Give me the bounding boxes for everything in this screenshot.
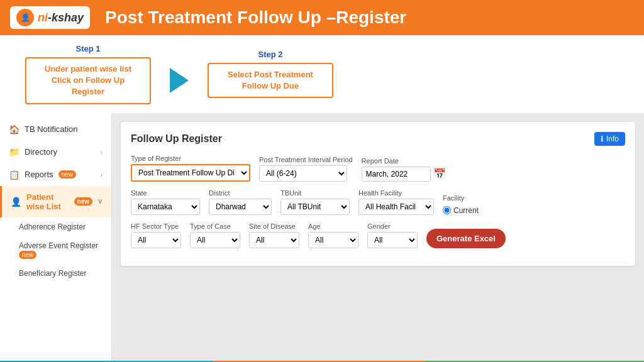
facility-group: Facility Current	[443, 194, 479, 215]
reports-icon: 📋	[9, 170, 19, 180]
chevron-right-icon-reports: ›	[100, 171, 103, 178]
health-facility-select[interactable]: All Health Facil	[358, 199, 434, 215]
sidebar-tb-notification-label: TB Notification	[25, 124, 78, 134]
type-of-register-label: Type of Register	[131, 155, 250, 162]
tbunit-label: TBUnit	[280, 189, 350, 197]
form-row-1: Type of Register Post Treatment Follow U…	[131, 155, 625, 182]
adherence-register-label: Adherence Register	[19, 222, 86, 231]
facility-current-text: Current	[453, 206, 479, 215]
calendar-icon[interactable]: 📅	[433, 168, 446, 180]
sidebar-item-tb-notification[interactable]: 🏠 TB Notification	[0, 118, 111, 141]
interval-group: Post Treatment Interval Period All (6-24…	[259, 156, 353, 182]
panel-header: Follow Up Register ℹ Info	[131, 132, 625, 146]
tbunit-group: TBUnit All TBUnit	[280, 189, 350, 215]
report-date-label: Report Date	[362, 157, 446, 165]
sidebar-patient-list-label: Patient wise List	[26, 192, 69, 211]
site-of-disease-group: Site of Disease All	[249, 222, 299, 248]
district-label: District	[209, 189, 272, 197]
report-date-group: Report Date 📅	[362, 157, 446, 182]
gender-group: Gender All	[367, 222, 418, 248]
interval-select[interactable]: All (6-24)	[259, 165, 347, 182]
site-of-disease-select[interactable]: All	[249, 232, 299, 248]
sidebar-item-directory[interactable]: 📁 Directory ›	[0, 141, 111, 163]
chevron-down-icon: ∨	[97, 197, 103, 206]
step-arrow	[170, 68, 189, 93]
step2-box: Select Post Treatment Follow Up Due	[208, 63, 333, 98]
state-select[interactable]: Karnataka	[131, 199, 200, 215]
sidebar-sub-adverse-event[interactable]: Adverse Event Register new	[0, 236, 111, 264]
tbunit-select[interactable]: All TBUnit	[280, 199, 350, 215]
chevron-right-icon: ›	[100, 148, 103, 156]
step1-label: Step 1	[75, 44, 100, 53]
type-of-case-select[interactable]: All	[190, 232, 240, 248]
hf-sector-label: HF Sector Type	[131, 222, 181, 230]
info-label: Info	[606, 134, 619, 143]
age-select[interactable]: All	[308, 232, 358, 248]
main-area: 🏠 TB Notification 📁 Directory › 📋 Report…	[0, 113, 644, 361]
directory-icon: 📁	[9, 147, 19, 157]
patient-list-badge: new	[74, 197, 92, 206]
form-row-2: State Karnataka District Dharwad TBUnit …	[131, 189, 625, 215]
type-of-register-group: Type of Register Post Treatment Follow U…	[131, 155, 250, 182]
type-of-case-label: Type of Case	[190, 222, 240, 230]
panel-box: Follow Up Register ℹ Info Type of Regist…	[121, 122, 635, 266]
sidebar-directory-label: Directory	[25, 147, 57, 156]
logo-icon: 👤	[16, 9, 34, 26]
step2-block: Step 2 Select Post Treatment Follow Up D…	[208, 50, 333, 98]
facility-label: Facility	[443, 194, 479, 202]
form-row-3: HF Sector Type All Type of Case All Site…	[131, 222, 625, 248]
sidebar: 🏠 TB Notification 📁 Directory › 📋 Report…	[0, 113, 112, 361]
page-title: Post Treatment Follow Up –Register	[105, 8, 406, 28]
sidebar-sub-adherence[interactable]: Adherence Register	[0, 217, 111, 236]
health-facility-group: Health Facility All Health Facil	[358, 189, 434, 215]
district-select[interactable]: Dharwad	[209, 199, 272, 215]
sidebar-item-reports[interactable]: 📋 Reports new ›	[0, 163, 111, 186]
info-icon: ℹ	[601, 134, 604, 143]
step1-box: Under patient wise list Click on Follow …	[25, 57, 151, 104]
reports-badge: new	[58, 170, 76, 178]
sidebar-item-patient-wise-list[interactable]: 👤 Patient wise List new ∨	[0, 186, 111, 217]
gender-label: Gender	[367, 222, 418, 230]
facility-current-radio-label: Current	[443, 206, 479, 215]
patient-icon: 👤	[11, 197, 21, 207]
health-facility-label: Health Facility	[358, 189, 434, 197]
sidebar-sub-beneficiary[interactable]: Beneficiary Register	[0, 264, 111, 283]
hf-sector-select[interactable]: All	[131, 232, 181, 248]
generate-btn-wrapper: Generate Excel	[426, 229, 506, 248]
interval-label: Post Treatment Interval Period	[259, 156, 353, 163]
logo-area: 👤 ni-kshay	[10, 6, 90, 29]
district-group: District Dharwad	[209, 189, 272, 215]
sidebar-reports-label: Reports	[25, 170, 53, 179]
type-of-case-group: Type of Case All	[190, 222, 240, 248]
hf-sector-group: HF Sector Type All	[131, 222, 181, 248]
home-icon: 🏠	[9, 124, 19, 134]
content-panel: Follow Up Register ℹ Info Type of Regist…	[112, 113, 644, 361]
generate-excel-button[interactable]: Generate Excel	[426, 229, 506, 248]
gender-select[interactable]: All	[367, 232, 418, 248]
facility-current-radio[interactable]	[443, 206, 451, 214]
type-of-register-select[interactable]: Post Treatment Follow Up Di	[131, 164, 250, 182]
report-date-input[interactable]	[362, 167, 431, 182]
age-group: Age All	[308, 222, 358, 248]
adverse-event-badge: new	[19, 251, 36, 259]
panel-title: Follow Up Register	[131, 133, 222, 145]
step2-label: Step 2	[258, 50, 282, 59]
beneficiary-register-label: Beneficiary Register	[19, 269, 86, 278]
info-button[interactable]: ℹ Info	[594, 132, 625, 146]
state-label: State	[131, 189, 200, 197]
state-group: State Karnataka	[131, 189, 200, 215]
adverse-event-label: Adverse Event Register	[19, 241, 98, 250]
header: 👤 ni-kshay Post Treatment Follow Up –Reg…	[0, 0, 644, 35]
steps-area: Step 1 Under patient wise list Click on …	[0, 35, 644, 113]
age-label: Age	[308, 222, 358, 230]
step1-block: Step 1 Under patient wise list Click on …	[25, 44, 151, 104]
site-of-disease-label: Site of Disease	[249, 222, 299, 230]
logo-text: ni-kshay	[38, 11, 84, 25]
